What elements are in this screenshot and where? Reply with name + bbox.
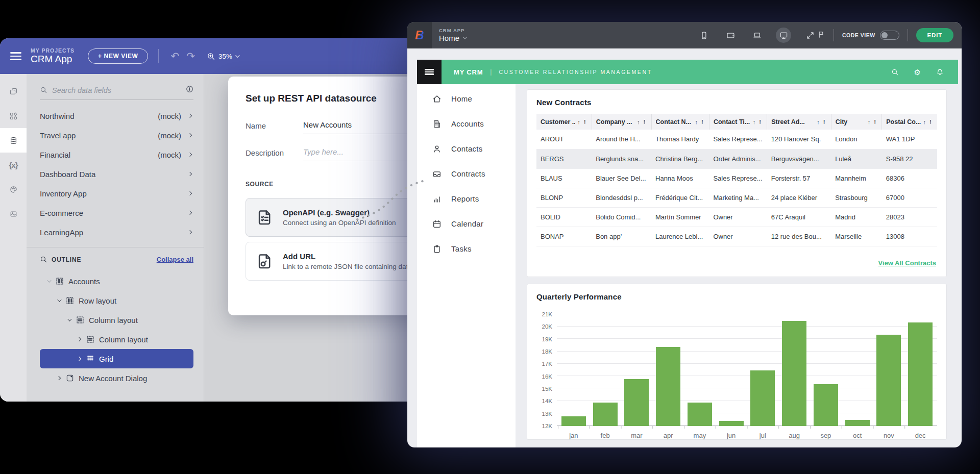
column-menu-icon[interactable]: ⋮ [822,119,827,124]
bar-mar[interactable] [624,379,649,426]
bar-apr[interactable] [656,347,680,426]
edit-button[interactable]: EDIT [916,28,953,42]
sort-asc-icon[interactable]: ↑ [637,119,640,125]
sidebar-item-home[interactable]: Home [417,86,516,111]
undo-icon[interactable]: ↶ [167,51,183,61]
zoom-control[interactable]: 35% [207,52,238,61]
chevron-down-icon[interactable] [67,317,71,321]
chevron-right-icon[interactable] [77,357,81,361]
column-header[interactable]: Contact N...↑⋮ [651,114,709,130]
chevron-right-icon[interactable] [77,337,81,341]
chevron-down-icon[interactable] [47,278,51,282]
device-expand-icon[interactable] [802,28,818,43]
datasource-item-dashboard-data[interactable]: Dashboard Data [40,164,193,184]
datasource-item-travel-app[interactable]: Travel app(mock) [40,126,193,145]
bar-jan[interactable] [561,416,586,426]
redo-icon[interactable]: ↷ [183,51,199,61]
toggle-off[interactable] [880,31,899,40]
sort-asc-icon[interactable]: ↑ [817,119,820,125]
chevron-right-icon[interactable] [57,376,61,380]
sort-asc-icon[interactable]: ↑ [923,119,926,125]
rail-item-screens[interactable] [0,79,27,104]
search-data-fields-input[interactable]: Search data fields [52,86,181,94]
bar-may[interactable] [688,403,712,426]
sort-asc-icon[interactable]: ↑ [868,119,871,125]
bar-sep[interactable] [814,384,838,426]
rail-item-data[interactable] [0,128,27,153]
source-option-add-url[interactable]: Add URLLink to a remote JSON file contai… [246,242,417,281]
rail-item-screenshot[interactable] [0,202,27,226]
bar-jul[interactable] [750,370,775,426]
column-menu-icon[interactable]: ⋮ [872,119,877,124]
column-header[interactable]: City↑⋮ [831,114,882,130]
bar-nov[interactable] [876,335,901,426]
tree-item-accounts[interactable]: Accounts [40,271,193,291]
column-header[interactable]: Company ...↑⋮ [592,114,651,130]
tree-item-column-layout[interactable]: Column layout [40,330,193,349]
column-menu-icon[interactable]: ⋮ [928,119,933,124]
column-header[interactable]: Contact Ti...↑⋮ [709,114,767,130]
column-menu-icon[interactable]: ⋮ [642,119,647,124]
description-field[interactable]: Type here... [303,147,417,161]
crm-notifications-icon[interactable] [936,68,944,76]
sidebar-item-contracts[interactable]: Contracts [417,161,516,186]
outline-search-icon[interactable] [40,256,47,263]
sidebar-item-contacts[interactable]: Contacts [417,136,516,161]
name-field[interactable]: New Accounts [303,120,417,134]
datasource-item-northwind[interactable]: Northwind(mock) [40,106,193,126]
sidebar-item-tasks[interactable]: Tasks [417,236,516,261]
tree-item-new-account-dialog[interactable]: New Account Dialog [40,368,193,388]
sort-asc-icon[interactable]: ↑ [695,119,698,125]
table-row-bergs[interactable]: BERGSBerglunds sna...Christina Berg...Or… [536,149,937,168]
table-row-blaus[interactable]: BLAUSBlauer See Del...Hanna MoosSales Re… [536,168,937,188]
device-desktop-icon[interactable] [776,28,791,43]
column-menu-icon[interactable]: ⋮ [757,119,763,124]
datasource-item-learningapp[interactable]: LearningApp [40,222,193,242]
sort-asc-icon[interactable]: ↑ [577,119,580,125]
datasource-item-e-commerce[interactable]: E-commerce [40,203,193,222]
tree-item-row-layout[interactable]: Row layout [40,291,193,310]
sidebar-item-calendar[interactable]: Calendar [417,211,516,236]
bar-feb[interactable] [593,403,618,426]
crm-search-icon[interactable] [891,68,899,76]
column-menu-icon[interactable]: ⋮ [700,119,705,124]
rail-item-components[interactable] [0,104,27,128]
crm-menu-icon[interactable] [417,60,442,84]
rail-item-bindings[interactable]: {x} [0,153,27,177]
table-row-bonap[interactable]: BONAPBon app'Laurence Lebi...Owner12 rue… [536,227,937,246]
rail-item-theme[interactable] [0,177,27,202]
datasource-item-financial[interactable]: Financial(mock) [40,145,193,164]
device-phone-icon[interactable] [696,28,712,43]
device-tablet-icon[interactable] [723,28,738,43]
menu-icon[interactable] [10,52,21,60]
device-laptop-icon[interactable] [749,28,765,43]
datasource-item-inventory-app[interactable]: Inventory App [40,184,193,203]
tree-item-grid[interactable]: Grid [40,349,193,368]
view-all-contracts-link[interactable]: View All Contracts [878,259,936,267]
code-view-toggle[interactable]: CODE VIEW [842,31,899,40]
bar-dec[interactable] [908,322,933,427]
crm-settings-icon[interactable]: ⚙ [914,68,921,76]
source-option-openapi-e-g-swagger-[interactable]: OpenAPI (e.g. Swagger)Connect using an O… [246,198,417,237]
screen-selector[interactable]: Home [439,34,465,43]
column-menu-icon[interactable]: ⋮ [582,119,587,124]
sidebar-item-reports[interactable]: Reports [417,186,516,211]
chevron-down-icon[interactable] [57,297,61,302]
collapse-all-link[interactable]: Collapse all [157,256,193,263]
new-view-button[interactable]: + NEW VIEW [88,48,148,64]
flag-icon[interactable] [818,31,825,40]
column-header[interactable]: Postal Co...↑⋮ [882,114,937,130]
tree-item-column-layout[interactable]: Column layout [40,310,193,330]
table-row-bolid[interactable]: BOLIDBólido Comid...Martín SommerOwner67… [536,207,937,227]
table-row-arout[interactable]: AROUTAround the H...Thomas HardySales Re… [536,130,937,149]
column-header[interactable]: Customer ...↑⋮ [536,114,592,130]
bar-jun[interactable] [719,421,744,426]
table-row-blonp[interactable]: BLONPBlondesddsl p...Frédérique Cit...Ma… [536,188,937,207]
sort-asc-icon[interactable]: ↑ [753,119,756,125]
add-datasource-button[interactable] [186,85,193,95]
bar-aug[interactable] [782,321,806,426]
column-header[interactable]: Street Ad...↑⋮ [767,114,831,130]
sidebar-item-accounts[interactable]: Accounts [417,111,516,136]
budibase-logo[interactable]: B [407,22,432,48]
bar-oct[interactable] [845,420,870,426]
